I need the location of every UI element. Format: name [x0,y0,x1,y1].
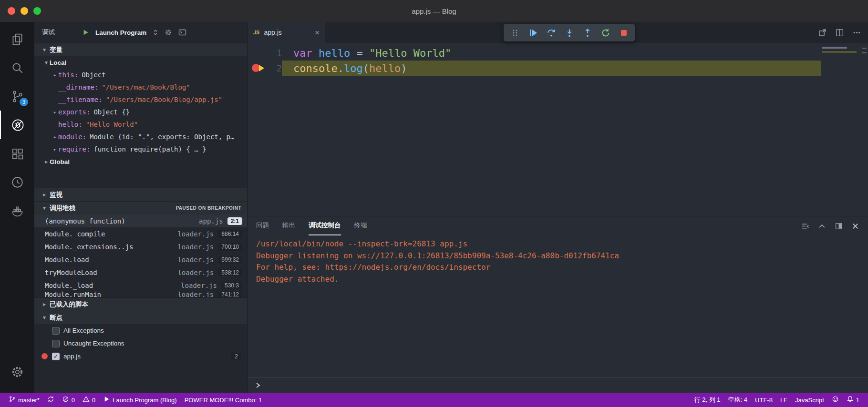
statusbar-errors[interactable]: 0 [58,393,79,407]
minimap[interactable] [822,47,860,55]
scope-local[interactable]: ▾ Local [34,56,247,69]
editor-scrollbar[interactable] [862,48,867,56]
close-tab-icon[interactable]: × [315,29,320,37]
sidebar-item-history[interactable] [0,168,34,196]
launch-config-select[interactable]: Launch Program [95,29,146,36]
statusbar-sync[interactable] [43,393,58,407]
panel-layout-icon[interactable] [835,222,843,230]
call-stack-frame[interactable]: Module._compileloader.js686:14 [34,227,247,240]
statusbar-language-mode[interactable]: JavaScript [791,393,828,407]
statusbar-cursor-position[interactable]: 行 2, 列 1 [691,393,724,407]
breakpoint-row[interactable]: ✓app.js2 [34,350,247,363]
panel-tab[interactable]: 输出 [282,216,295,235]
breakpoint-checkbox[interactable] [52,340,60,347]
breakpoint-margin[interactable] [248,61,268,76]
sidebar-item-explorer[interactable] [0,25,34,53]
config-updown-icon[interactable] [153,29,158,36]
call-stack-frame[interactable]: (anonymous function)app.js2:1 [34,214,247,227]
statusbar-power-mode[interactable]: POWER MODE!!! Combo: 1 [181,393,266,407]
statusbar-label: 0 [72,397,75,404]
step-into-button[interactable] [561,26,578,40]
scope-global[interactable]: ▸ Global [34,155,247,168]
sidebar-item-debug[interactable] [0,111,34,139]
watch-section-header[interactable]: ▸ 监视 [34,188,247,201]
call-stack-frame[interactable]: Module.runMainloader.js741:12 [34,292,247,297]
open-changes-icon[interactable] [818,28,827,37]
minimize-window-button[interactable] [21,7,28,15]
code-line[interactable]: 1var hello = "Hello World" [248,45,868,61]
code-text[interactable]: console.log(hello) [282,61,821,76]
breakpoint-dot-icon [41,353,48,360]
loaded-scripts-section-header[interactable]: ▸ 已载入的脚本 [34,297,247,311]
sidebar-item-extensions[interactable] [0,139,34,168]
files-icon [10,32,24,46]
variable-name: __filename: [58,96,103,103]
tab-appjs[interactable]: JS app.js × [248,22,325,43]
breakpoints-section-header[interactable]: ▾ 断点 [34,311,247,324]
variable-row[interactable]: hello:"Hello World" [34,118,247,131]
statusbar-eol[interactable]: LF [776,393,791,407]
call-stack-frame[interactable]: tryModuleLoadloader.js538:12 [34,266,247,279]
maximize-panel-icon[interactable] [818,222,826,230]
call-stack-frame[interactable]: Module._loadloader.js530:3 [34,279,247,292]
editor-gutter[interactable]: 1 [248,45,282,61]
sidebar-item-search[interactable] [0,53,34,82]
variable-value: "/Users/mac/Book/Blog" [102,83,190,91]
open-debug-console-icon[interactable] [178,29,186,36]
statusbar-launch-config[interactable]: Launch Program (Blog) [99,393,180,407]
step-out-button[interactable] [579,26,596,40]
editor-gutter[interactable]: 2 [248,61,282,76]
debug-settings-gear-icon[interactable] [165,29,172,36]
breakpoint-checkbox[interactable] [52,327,60,335]
code-line[interactable]: 2console.log(hello) [248,61,868,76]
panel-tab[interactable]: 终端 [354,216,367,235]
breakpoint-row[interactable]: Uncaught Exceptions [34,337,247,350]
close-panel-icon[interactable] [851,222,859,230]
variable-row[interactable]: ▸require:function require(path) { … } [34,143,247,155]
breakpoint-row[interactable]: All Exceptions [34,324,247,337]
debug-console-input[interactable] [248,377,868,393]
statusbar-feedback[interactable] [828,393,843,407]
breakpoint-checkbox[interactable]: ✓ [52,353,60,360]
manage-button[interactable] [0,357,34,386]
step-over-button[interactable] [543,26,559,40]
sidebar-item-docker[interactable] [0,196,34,225]
call-stack-frame[interactable]: Module._extensions..jsloader.js700:10 [34,240,247,253]
stop-button[interactable] [615,26,632,40]
statusbar-git-branch[interactable]: master* [5,393,43,407]
variable-row[interactable]: ▸exports:Object {} [34,106,247,118]
sidebar-item-source-control[interactable]: 3 [0,82,34,111]
code-text[interactable]: var hello = "Hello World" [282,45,821,61]
panel-tab[interactable]: 调试控制台 [309,216,341,235]
variable-row[interactable]: ▸module:Module {id: ".", exports: Object… [34,131,247,143]
panel-tab[interactable]: 问题 [256,216,269,235]
statusbar-warnings[interactable]: 0 [79,393,99,407]
tab-title: app.js [264,29,281,36]
statusbar-indentation[interactable]: 空格: 4 [724,393,751,407]
sidebar-title: 调试 [42,28,55,37]
split-editor-icon[interactable] [835,28,844,37]
debug-toolbar-drag-handle[interactable] [506,26,523,40]
call-stack-frame[interactable]: Module.loadloader.js599:32 [34,253,247,266]
console-prompt-icon [255,382,261,389]
call-stack-section-header[interactable]: ▾ 调用堆栈 PAUSED ON BREAKPOINT [34,201,247,214]
zoom-window-button[interactable] [33,7,41,15]
restart-button[interactable] [597,26,614,40]
bell-icon [847,396,854,404]
clear-console-icon[interactable] [801,222,809,230]
more-actions-icon[interactable] [852,28,861,37]
git-branch-icon [9,396,16,404]
variable-row[interactable]: __filename:"/Users/mac/Book/Blog/app.js" [34,93,247,106]
variable-row[interactable]: ▸this:Object [34,69,247,81]
statusbar-label: LF [780,397,787,404]
statusbar-encoding[interactable]: UTF-8 [751,393,776,407]
variable-row[interactable]: __dirname:"/Users/mac/Book/Blog" [34,81,247,93]
close-window-button[interactable] [8,7,15,15]
statusbar-notifications[interactable]: 1 [843,393,863,407]
start-debug-button[interactable] [83,29,89,36]
gutter-margin[interactable] [248,45,268,61]
variable-value: Object [82,71,106,79]
code-editor[interactable]: 1var hello = "Hello World"2console.log(h… [248,43,868,216]
continue-button[interactable] [525,26,541,40]
variables-section-header[interactable]: ▾ 变量 [34,43,247,56]
